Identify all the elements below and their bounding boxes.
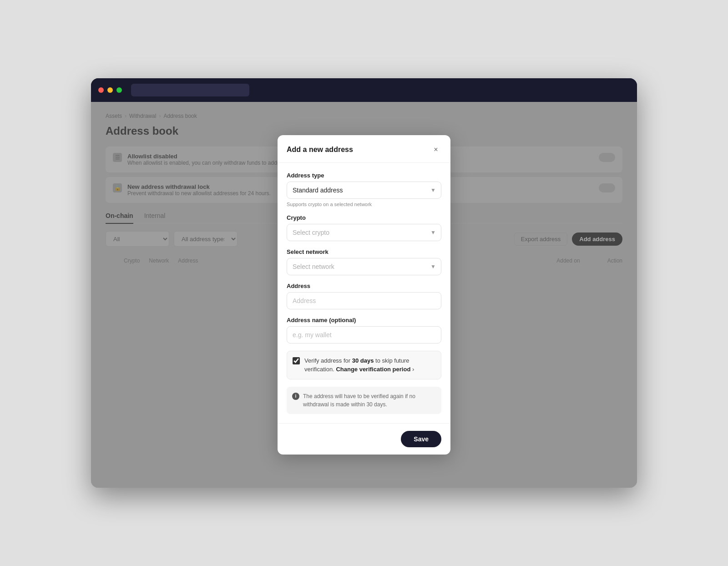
verify-checkbox-row: Verify address for 30 days to skip futur…: [287, 351, 441, 379]
modal-title: Add a new address: [287, 146, 353, 154]
network-group: Select network Select network ▼: [287, 248, 441, 275]
browser-titlebar: [91, 78, 637, 102]
modal-header: Add a new address ×: [278, 135, 450, 163]
crypto-select-wrapper: Select crypto ▼: [287, 224, 441, 241]
traffic-light-green[interactable]: [116, 87, 122, 93]
address-name-group: Address name (optional): [287, 317, 441, 344]
modal-body: Address type Standard address ▼ Supports…: [278, 163, 450, 423]
network-label: Select network: [287, 248, 441, 255]
address-group: Address: [287, 283, 441, 309]
address-type-group: Address type Standard address ▼ Supports…: [287, 172, 441, 207]
crypto-label: Crypto: [287, 214, 441, 221]
address-input[interactable]: [287, 292, 441, 309]
address-label: Address: [287, 283, 441, 289]
crypto-select[interactable]: Select crypto: [287, 224, 441, 241]
network-select-wrapper: Select network ▼: [287, 258, 441, 275]
info-text: The address will have to be verified aga…: [303, 392, 436, 409]
change-verification-link[interactable]: Change verification period: [336, 366, 410, 373]
save-button[interactable]: Save: [401, 431, 441, 447]
crypto-group: Crypto Select crypto ▼: [287, 214, 441, 241]
address-type-hint: Supports crypto on a selected network: [287, 202, 441, 207]
network-select[interactable]: Select network: [287, 258, 441, 275]
address-type-select-wrapper: Standard address ▼: [287, 182, 441, 199]
verify-days-bold: 30 days: [352, 357, 374, 364]
info-icon: i: [292, 393, 299, 400]
info-box: i The address will have to be verified a…: [287, 387, 441, 414]
chevron-right-icon: ›: [412, 366, 414, 373]
modal-close-button[interactable]: ×: [430, 144, 441, 155]
address-type-select[interactable]: Standard address: [287, 182, 441, 199]
verify-text-before: Verify address for: [304, 357, 352, 364]
address-bar[interactable]: [131, 84, 249, 96]
address-type-label: Address type: [287, 172, 441, 179]
traffic-light-yellow[interactable]: [107, 87, 113, 93]
verify-checkbox[interactable]: [293, 357, 300, 364]
traffic-light-red[interactable]: [98, 87, 104, 93]
address-name-input[interactable]: [287, 326, 441, 344]
modal-overlay: Add a new address × Address type Standar…: [91, 102, 637, 488]
add-address-modal: Add a new address × Address type Standar…: [278, 135, 450, 454]
address-name-label: Address name (optional): [287, 317, 441, 323]
browser-content: Assets › Withdrawal › Address book Addre…: [91, 102, 637, 488]
modal-footer: Save: [278, 423, 450, 455]
verify-text: Verify address for 30 days to skip futur…: [304, 357, 435, 373]
